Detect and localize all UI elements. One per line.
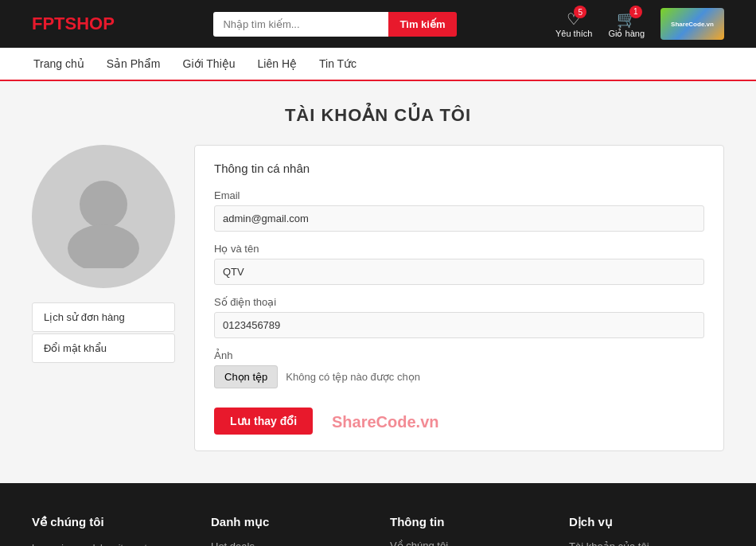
heart-icon-wrap: 5 (567, 10, 581, 29)
logo[interactable]: FPTSHOP (32, 14, 115, 34)
search-input[interactable] (213, 12, 388, 37)
fullname-label: Họ và tên (214, 243, 704, 255)
phone-group: Số điện thoại (214, 296, 704, 338)
nav-item-products[interactable]: Sản Phẩm (105, 48, 162, 80)
nav-item-news[interactable]: Tin Tức (318, 48, 358, 80)
info-item[interactable]: Về chúng tôi (390, 540, 545, 546)
no-file-text: Không có tệp nào được chọn (286, 371, 420, 383)
photo-label: Ảnh (214, 349, 704, 361)
logo-suffix: SHOP (65, 14, 115, 33)
nav-item-home[interactable]: Trang chủ (32, 48, 86, 80)
main-content: TÀI KHOẢN CỦA TÔI Lịch sử đơn hàng Đổi m… (0, 81, 756, 483)
avatar (32, 145, 175, 288)
footer-about-title: Về chúng tôi (32, 515, 187, 529)
cart-label: Giỏ hàng (608, 29, 645, 39)
form-actions: Lưu thay đổi ShareCode.vn (214, 400, 704, 435)
logo-prefix: FPT (32, 14, 65, 33)
footer: Về chúng tôi Lorem ipsum dolor sit amet,… (0, 483, 756, 546)
order-history-link[interactable]: Lịch sử đơn hàng (32, 302, 175, 332)
header-right: 5 Yêu thích 1 Giỏ hàng ShareCode.vn (555, 8, 724, 40)
choose-file-button[interactable]: Chọn tệp (214, 365, 278, 388)
cart-icon-wrap: 1 (617, 10, 637, 29)
photo-group: Ảnh Chọn tệp Không có tệp nào được chọn (214, 349, 704, 388)
footer-service-title: Dịch vụ (569, 515, 724, 529)
footer-about: Về chúng tôi Lorem ipsum dolor sit amet,… (32, 515, 187, 546)
wishlist-button[interactable]: 5 Yêu thích (555, 10, 592, 38)
phone-label: Số điện thoại (214, 296, 704, 308)
service-item[interactable]: Tài khoản của tôi (569, 540, 724, 546)
fullname-input[interactable] (214, 259, 704, 285)
wishlist-label: Yêu thích (555, 29, 592, 38)
info-list: Về chúng tôi Liên hệ chúng tôi Chính sác… (390, 540, 545, 546)
wishlist-badge: 5 (574, 6, 586, 18)
account-layout: Lịch sử đơn hàng Đổi mật khẩu Thông tin … (32, 145, 724, 451)
footer-grid: Về chúng tôi Lorem ipsum dolor sit amet,… (32, 515, 724, 546)
account-form-panel: Thông tin cá nhân Email Họ và tên Số điệ… (194, 145, 724, 451)
brand-logo-text: ShareCode.vn (669, 19, 715, 29)
svg-point-1 (68, 224, 139, 268)
account-sidebar: Lịch sử đơn hàng Đổi mật khẩu (32, 145, 175, 363)
category-list: Hot deals Laptops Smartphones Cameras Ac… (211, 540, 366, 546)
panel-title: Thông tin cá nhân (214, 162, 704, 175)
page-title: TÀI KHOẢN CỦA TÔI (32, 105, 724, 126)
email-group: Email (214, 189, 704, 232)
search-button[interactable]: Tìm kiếm (388, 12, 456, 37)
main-nav: Trang chủ Sản Phẩm Giới Thiệu Liên Hệ Ti… (0, 48, 756, 81)
footer-services: Dịch vụ Tài khoản của tôi Xem Giỏ hàng D… (569, 515, 724, 546)
search-bar: Tìm kiếm (213, 12, 456, 37)
footer-categories: Danh mục Hot deals Laptops Smartphones C… (211, 515, 366, 546)
email-label: Email (214, 189, 704, 201)
category-item[interactable]: Hot deals (211, 540, 366, 546)
footer-info-title: Thông tin (390, 515, 545, 528)
email-input[interactable] (214, 205, 704, 232)
svg-point-0 (80, 181, 127, 228)
footer-about-text: Lorem ipsum dolor sit amet, consectetur … (32, 540, 187, 546)
watermark-text: ShareCode.vn (332, 413, 438, 431)
footer-category-title: Danh mục (211, 515, 366, 529)
fullname-group: Họ và tên (214, 243, 704, 285)
footer-info: Thông tin Về chúng tôi Liên hệ chúng tôi… (390, 515, 545, 546)
avatar-svg (52, 165, 155, 268)
service-list: Tài khoản của tôi Xem Giỏ hàng Danh sách… (569, 540, 724, 546)
file-upload-row: Chọn tệp Không có tệp nào được chọn (214, 365, 704, 388)
cart-badge: 1 (629, 6, 642, 18)
change-password-link[interactable]: Đổi mật khẩu (32, 333, 175, 363)
nav-item-about[interactable]: Giới Thiệu (181, 48, 237, 80)
phone-input[interactable] (214, 312, 704, 338)
brand-logo: ShareCode.vn (661, 8, 724, 40)
header: FPTSHOP Tìm kiếm 5 Yêu thích 1 Giỏ hàng … (0, 0, 756, 48)
nav-item-contact[interactable]: Liên Hệ (256, 48, 298, 80)
cart-button[interactable]: 1 Giỏ hàng (608, 10, 645, 39)
save-button[interactable]: Lưu thay đổi (214, 408, 313, 435)
